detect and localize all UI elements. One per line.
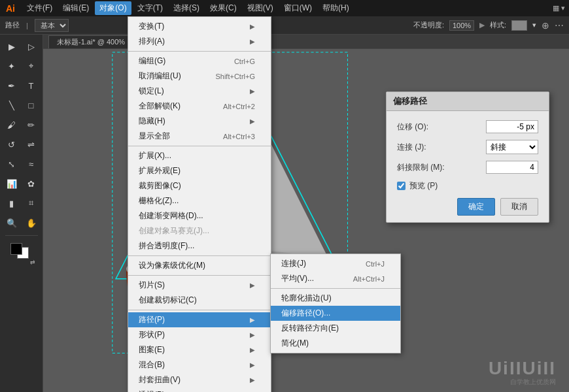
preview-label: 预览 (P) xyxy=(409,180,538,191)
menu-pattern[interactable]: 图案(E) ▶ xyxy=(128,342,271,357)
separator xyxy=(128,275,271,276)
menu-path[interactable]: 路径(P) ▶ xyxy=(128,312,271,327)
menu-slice[interactable]: 切片(S) ▶ xyxy=(128,278,271,293)
miter-input[interactable] xyxy=(486,161,538,174)
arrow-icon: ▶ xyxy=(250,38,255,45)
arrow-icon: ▶ xyxy=(250,361,255,368)
menu-expand[interactable]: 扩展(X)... xyxy=(128,148,271,163)
separator xyxy=(271,288,400,289)
ok-button[interactable]: 确定 xyxy=(457,198,495,216)
miter-row: 斜接限制 (M): xyxy=(397,161,538,174)
preview-row: 预览 (P) xyxy=(397,180,538,191)
menu-group[interactable]: 编组(G) Ctrl+G xyxy=(128,54,271,69)
menu-unlock-all[interactable]: 全部解锁(K) Alt+Ctrl+2 xyxy=(128,99,271,114)
dialog-btn-row: 确定 取消 xyxy=(397,198,538,216)
dialog-body: 位移 (O): 连接 (J): 斜接 圆角 斜角 斜接限制 (M): 预览 (P… xyxy=(387,111,549,222)
menu-transform[interactable]: 变换(T) ▶ xyxy=(128,19,271,34)
submenu-offset-path[interactable]: 偏移路径(O)... xyxy=(271,306,400,321)
dropdown-overlay: 变换(T) ▶ 排列(A) ▶ 编组(G) Ctrl+G 取消编组(U) Shi… xyxy=(0,0,569,392)
separator xyxy=(128,51,271,52)
arrow-icon: ▶ xyxy=(250,331,255,338)
menu-perspective[interactable]: 透视(P) ▶ xyxy=(128,387,271,392)
arrow-icon: ▶ xyxy=(250,346,255,353)
separator xyxy=(128,310,271,310)
join-row: 连接 (J): 斜接 圆角 斜角 xyxy=(397,140,538,154)
object-menu: 变换(T) ▶ 排列(A) ▶ 编组(G) Ctrl+G 取消编组(U) Shi… xyxy=(128,16,271,392)
arrow-icon: ▶ xyxy=(250,376,255,384)
menu-hide[interactable]: 隐藏(H) ▶ xyxy=(128,114,271,129)
menu-ungroup[interactable]: 取消编组(U) Shift+Ctrl+G xyxy=(128,69,271,84)
submenu-simplify[interactable]: 简化(M) xyxy=(271,336,400,351)
offset-path-dialog: 偏移路径 位移 (O): 连接 (J): 斜接 圆角 斜角 斜接限制 (M): xyxy=(386,91,549,223)
menu-envelope-distort[interactable]: 封套扭曲(V) ▶ xyxy=(128,372,271,387)
arrow-icon: ▶ xyxy=(250,88,255,95)
separator xyxy=(128,146,271,146)
arrow-icon: ▶ xyxy=(250,118,255,125)
menu-create-mosaic: 创建对象马赛克(J)... xyxy=(128,223,271,238)
menu-arrange[interactable]: 排列(A) ▶ xyxy=(128,34,271,49)
menu-lock[interactable]: 锁定(L) ▶ xyxy=(128,84,271,99)
join-select[interactable]: 斜接 圆角 斜角 xyxy=(486,140,538,154)
miter-label: 斜接限制 (M): xyxy=(397,162,486,173)
submenu-average[interactable]: 平均(V)... Alt+Ctrl+J xyxy=(271,271,400,286)
offset-input[interactable] xyxy=(486,120,538,133)
menu-blend[interactable]: 混合(B) ▶ xyxy=(128,357,271,372)
menu-shape[interactable]: 形状(P) ▶ xyxy=(128,327,271,342)
submenu-join[interactable]: 连接(J) Ctrl+J xyxy=(271,256,400,271)
dialog-title: 偏移路径 xyxy=(387,92,549,111)
path-submenu: 连接(J) Ctrl+J 平均(V)... Alt+Ctrl+J 轮廓化描边(U… xyxy=(270,253,401,353)
menu-trim-marks[interactable]: 创建裁切标记(C) xyxy=(128,293,271,308)
submenu-outline-stroke[interactable]: 轮廓化描边(U) xyxy=(271,291,400,306)
offset-row: 位移 (O): xyxy=(397,120,538,133)
preview-checkbox[interactable] xyxy=(397,182,405,190)
join-label: 连接 (J): xyxy=(397,142,486,153)
offset-label: 位移 (O): xyxy=(397,122,486,133)
menu-flatten[interactable]: 拼合透明度(F)... xyxy=(128,238,271,253)
submenu-reverse-path[interactable]: 反转路径方向(E) xyxy=(271,321,400,336)
menu-crop-image[interactable]: 裁剪图像(C) xyxy=(128,178,271,193)
menu-expand-appearance[interactable]: 扩展外观(E) xyxy=(128,163,271,178)
separator xyxy=(128,255,271,256)
arrow-icon: ▶ xyxy=(250,316,255,323)
menu-rasterize[interactable]: 栅格化(Z)... xyxy=(128,193,271,208)
arrow-icon: ▶ xyxy=(250,282,255,289)
cancel-button[interactable]: 取消 xyxy=(500,198,538,216)
menu-pixel-perfect[interactable]: 设为像素级优化(M) xyxy=(128,258,271,273)
arrow-icon: ▶ xyxy=(250,23,255,30)
menu-show-all[interactable]: 显示全部 Alt+Ctrl+3 xyxy=(128,129,271,144)
menu-create-grad-mesh[interactable]: 创建渐变网格(D)... xyxy=(128,208,271,223)
